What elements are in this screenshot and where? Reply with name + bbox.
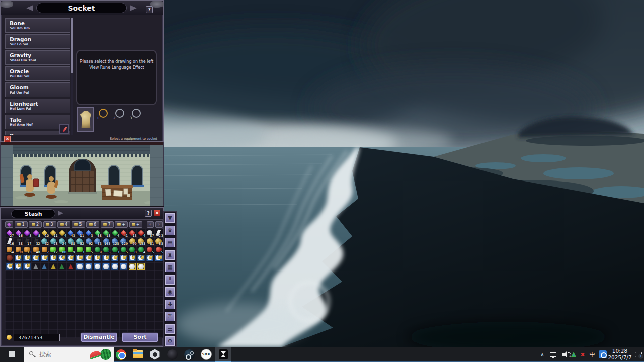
stash-item-tr[interactable]: 24: [58, 237, 66, 246]
game-world-viewport[interactable]: [0, 142, 164, 207]
tray-clock[interactable]: 10:28 2025/7/7: [608, 347, 632, 362]
runeword-item[interactable]: BoneSol Um Um: [5, 18, 70, 33]
tray-chevron-up-icon[interactable]: ∧: [538, 347, 546, 362]
stash-item-tr[interactable]: 32: [75, 237, 84, 246]
start-button[interactable]: [0, 347, 24, 362]
stash-item-tr[interactable]: 32: [40, 237, 49, 246]
stash-item-ob[interactable]: [110, 262, 119, 271]
socket-slot-1[interactable]: [99, 109, 108, 118]
stash-item-ro[interactable]: 5: [145, 245, 154, 254]
crown-icon[interactable]: ♛: [165, 225, 175, 236]
stash-item-cn[interactable]: [58, 262, 66, 271]
stash-tab-+[interactable]: +: [129, 221, 142, 228]
stash-item-br[interactable]: 165: [102, 237, 110, 246]
tab-next-button[interactable]: ›: [155, 221, 163, 228]
stash-item-ws[interactable]: 23: [154, 229, 163, 237]
stash-item-gr[interactable]: 138: [137, 237, 145, 246]
stash-item-cg[interactable]: [31, 262, 40, 271]
chest-icon[interactable]: ▤: [165, 237, 175, 248]
stash-item-og[interactable]: [137, 262, 145, 271]
stash-item-tr[interactable]: 88: [66, 237, 75, 246]
stash-item-rg[interactable]: 13: [128, 229, 136, 237]
stash-item-or[interactable]: 48: [31, 245, 40, 254]
stash-item-ob[interactable]: [119, 262, 128, 271]
equipment-slot[interactable]: [77, 107, 94, 132]
stash-tab-2[interactable]: 2: [29, 221, 42, 228]
stash-item-dg[interactable]: 3: [110, 245, 119, 254]
stash-item-gr[interactable]: 99: [128, 237, 136, 246]
stash-tab-1[interactable]: 1: [15, 221, 28, 228]
stash-item-br[interactable]: 125: [110, 237, 119, 246]
stash-close-button[interactable]: ×: [154, 210, 160, 216]
sort-button[interactable]: Sort: [122, 332, 158, 342]
stash-item-pg[interactable]: 27: [5, 229, 14, 237]
stash-item-or[interactable]: 30: [14, 245, 22, 254]
stash-item-yg[interactable]: 4: [58, 229, 66, 237]
stash-item-ml[interactable]: [23, 262, 31, 271]
stash-tab-4[interactable]: 4: [57, 221, 70, 228]
stash-item-dg[interactable]: 9: [93, 245, 101, 254]
stash-item-ro[interactable]: 5: [154, 245, 163, 254]
stash-tab-5[interactable]: 5: [72, 221, 85, 228]
stash-item-dg[interactable]: 4: [137, 245, 145, 254]
stash-item-ml[interactable]: [40, 254, 49, 262]
stash-tab-gem[interactable]: [5, 221, 13, 228]
stash-item-pg[interactable]: 16: [14, 229, 22, 237]
socket-help-button[interactable]: ?: [146, 6, 153, 13]
stash-item-ob[interactable]: [75, 262, 84, 271]
stash-tab-+[interactable]: +: [115, 221, 128, 228]
tab-prev-button[interactable]: ‹: [147, 221, 154, 228]
stash-item-dg[interactable]: 8: [128, 245, 136, 254]
watermelon-doodle-icon[interactable]: [89, 348, 112, 360]
crate-icon[interactable]: ▦: [165, 262, 175, 273]
stash-item-br[interactable]: 33: [93, 237, 101, 246]
taskbar-search[interactable]: [24, 347, 114, 362]
taskbar-app-game-active[interactable]: [215, 347, 231, 362]
runeword-item[interactable]: GloomFal Um Pul: [5, 82, 70, 97]
taskbar-app-file-explorer[interactable]: [130, 347, 146, 362]
runeword-scrollbar[interactable]: [71, 18, 73, 135]
stash-item-lg[interactable]: 9: [66, 245, 75, 254]
stash-item-lg[interactable]: 80: [58, 245, 66, 254]
stash-item-ob[interactable]: [102, 262, 110, 271]
stash-item-ml[interactable]: [58, 254, 66, 262]
stash-item-ml[interactable]: [154, 254, 163, 262]
stash-item-yg[interactable]: 11: [49, 229, 57, 237]
stash-item-lg[interactable]: 3: [75, 245, 84, 254]
settings-gear-icon[interactable]: ⚙: [165, 336, 175, 346]
stash-item-br[interactable]: 129: [119, 237, 128, 246]
stash-item-bg[interactable]: 43: [66, 229, 75, 237]
stash-item-cb[interactable]: [40, 262, 49, 271]
stash-item-ml[interactable]: [128, 254, 136, 262]
stash-item-dg[interactable]: 5: [119, 245, 128, 254]
stash-item-pg[interactable]: 3: [23, 229, 31, 237]
stash-item-ml[interactable]: [14, 254, 22, 262]
stash-item-or[interactable]: 54: [5, 245, 14, 254]
stash-item-ml[interactable]: [75, 254, 84, 262]
stash-item-bk[interactable]: 38: [14, 237, 22, 246]
tray-blue-app-icon[interactable]: [598, 347, 608, 362]
stash-tab-7[interactable]: 7: [101, 221, 114, 228]
stash-item-lg[interactable]: 5: [84, 245, 93, 254]
stash-item-ml[interactable]: [145, 254, 154, 262]
stash-item-rg[interactable]: 41: [119, 229, 128, 237]
stash-item-gg[interactable]: 58: [93, 229, 101, 237]
taskbar-app-dark[interactable]: [164, 347, 180, 362]
stash-item-ml[interactable]: [49, 254, 57, 262]
socket-slot-3[interactable]: [132, 109, 141, 118]
craft-icon[interactable]: ✚: [165, 299, 175, 310]
stash-item-bk[interactable]: 17: [23, 237, 31, 246]
runeword-item[interactable]: LionheartHel Lum Fal: [5, 99, 70, 113]
tower-icon[interactable]: ♖: [165, 311, 175, 322]
stash-item-ml[interactable]: [102, 254, 110, 262]
tray-network-icon[interactable]: [548, 347, 557, 362]
stash-item-lg[interactable]: 12: [49, 245, 57, 254]
stash-item-cr[interactable]: [66, 262, 75, 271]
notification-center-icon[interactable]: 1: [633, 347, 644, 362]
stash-help-button[interactable]: ?: [145, 210, 152, 217]
dismantle-button[interactable]: Dismantle: [80, 332, 117, 342]
stash-item-br[interactable]: 92: [84, 237, 93, 246]
tray-ime-chinese-icon[interactable]: 中: [588, 347, 597, 362]
stash-item-gr[interactable]: 81: [145, 237, 154, 246]
stash-item-or[interactable]: 7: [40, 245, 49, 254]
